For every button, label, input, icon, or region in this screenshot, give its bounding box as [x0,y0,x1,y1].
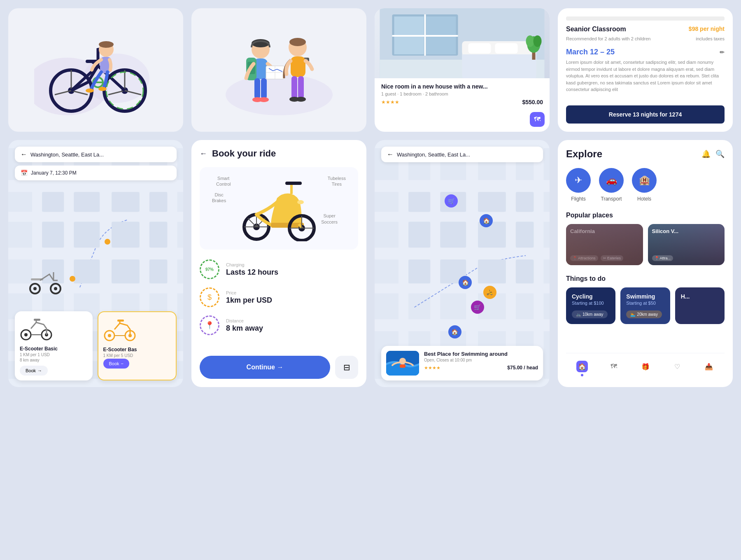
things-grid: Cycling Starting at $100 🚲 10km away Swi… [566,287,725,324]
booking-card: Seanior Classroom $98 per night Recommen… [558,8,733,132]
nav-heart[interactable]: ♡ [667,358,687,379]
cart-pin-2: 🛒 [471,301,484,314]
bell-icon[interactable]: 🔔 [701,149,711,159]
charging-text: Charging Lasts 12 hours [226,262,278,277]
edit-icon[interactable]: ✏ [720,49,725,56]
map2-search-overlay: ← Washington, Seattle, East La... [375,140,550,172]
room-details: Nice room in a new house with a new... 1… [375,78,550,110]
svg-rect-76 [112,192,140,212]
booking-subheader: Recommended for 2 adults with 2 children… [566,36,725,42]
svg-rect-43 [298,76,304,99]
svg-rect-148 [400,364,405,368]
hotels-icon-circle: 🏨 [632,168,657,193]
map2-search-bar[interactable]: ← Washington, Seattle, East La... [381,147,543,162]
scooter-on-map [29,266,62,296]
search-icon[interactable]: 🔍 [715,149,725,159]
swimming-distance: 20km away [637,312,658,317]
svg-rect-83 [74,259,100,283]
svg-rect-133 [534,148,543,379]
minus-icon: − [121,361,124,366]
booking-includes: includes taxes [696,36,725,42]
continue-button[interactable]: Continue → [200,356,330,379]
reserve-button[interactable]: Reserve 13 nights for 1274 [566,105,725,124]
card-payment-btn[interactable]: ⊟ [335,356,358,379]
map-icon[interactable]: 🗺 [530,112,545,127]
booking-price: $98 per night [689,26,725,32]
nav-home[interactable]: 🏠 [572,358,592,379]
feature-disc: DiscBrakes [212,192,226,204]
svg-rect-85 [149,259,167,283]
svg-rect-131 [466,148,478,379]
svg-rect-142 [408,259,430,283]
nav-gift-icon: 🎁 [640,361,651,372]
svg-rect-145 [516,259,534,283]
price-info: $ Price 1km per USD [200,287,358,307]
svg-rect-139 [440,222,466,248]
charging-icon: 97% [200,259,219,279]
svg-rect-79 [74,222,100,248]
cycling-price: Starting at $100 [572,301,610,306]
map2-back-arrow[interactable]: ← [387,151,394,158]
bike-illustration [8,8,183,132]
explore-nav: 🏠 🗺 🎁 ♡ 📥 [566,353,725,379]
svg-rect-74 [42,192,64,212]
svg-rect-138 [408,222,430,248]
map-dot-1 [105,239,110,245]
arrow-icon: → [37,368,42,373]
swimming-footer: 🏊 20km away [626,310,664,318]
category-hotels[interactable]: 🏨 Hotels [632,168,657,202]
other-name: H... [681,293,719,300]
map-search-bar[interactable]: ← Washington, Seattle, East La... [15,147,177,162]
category-transport[interactable]: 🚗 Transport [599,168,624,202]
svg-rect-30 [254,78,260,99]
nav-map[interactable]: 🗺 [604,358,624,379]
svg-point-94 [24,333,28,336]
thing-swimming[interactable]: Swimming Starting at $50 🏊 20km away [620,287,670,324]
back-arrow[interactable]: ← [200,149,207,158]
svg-line-111 [248,218,256,227]
book-ride-card: ← Book your ride SmartControl DiscBrakes… [191,140,366,387]
flights-label: Flights [571,196,585,202]
booking-header: Seanior Classroom $98 per night [566,26,725,35]
explore-action-icons: 🔔 🔍 [701,149,725,159]
scooter-card-2: E-Scooter Bas 1 KM per 5 USD Book − [98,311,177,380]
svg-rect-98 [34,319,40,321]
flights-icon-circle: ✈ [566,168,591,193]
scooter-diagram: SmartControl DiscBrakes TubelessTires Su… [200,167,358,250]
svg-rect-105 [117,320,124,322]
svg-point-90 [33,287,37,290]
booking-description: Lorem ipsum dolor sit amet, consetetur s… [566,59,725,99]
svg-rect-134 [408,192,430,212]
swim-title: Best Place for Swimming around [424,351,538,357]
thing-cycling[interactable]: Cycling Starting at $100 🚲 10km away [566,287,615,324]
back-arrow-icon[interactable]: ← [21,151,27,158]
price-icon: $ [200,287,219,307]
home-pin-1: 🏠 [480,214,493,227]
room-image [375,8,550,78]
room-title: Nice room in a new house with a new... [381,83,543,90]
svg-point-60 [526,35,534,47]
svg-point-147 [399,358,406,364]
scooter1-rate: 1 KM per 1 USD [20,352,88,357]
nav-gift[interactable]: 🎁 [636,358,655,379]
map2-search-text: Washington, Seattle, East La... [397,152,470,158]
place-silicon[interactable]: Silicon V... 📍 Attra... [648,224,725,265]
hotels-label: Hotels [637,196,651,202]
place-california[interactable]: California 📍 Attractions ✂ Eateries [566,224,643,265]
scooter1-book-btn[interactable]: Book → [20,366,48,376]
scooter2-book-btn[interactable]: Book − [103,359,130,369]
svg-point-91 [54,287,57,290]
silicon-overlay: Silicon V... 📍 Attra... [648,224,725,265]
transport-label: Transport [601,196,622,202]
svg-rect-144 [478,259,506,283]
category-flights[interactable]: ✈ Flights [566,168,591,202]
scooter2-name: E-Scooter Bas [103,347,171,352]
nav-inbox[interactable]: 📥 [699,358,719,379]
room-card: Nice room in a new house with a new... 1… [375,8,550,132]
category-grid: ✈ Flights 🚗 Transport 🏨 Hotels [566,168,725,202]
feature-tubeless: TubelessTires [328,175,346,187]
thing-other[interactable]: H... [675,287,725,324]
scooter-cards-container: E-Scooter Basic 1 KM per 1 USD 8 km away… [15,311,177,380]
swim-info: Best Place for Swimming around Open, Clo… [424,351,538,376]
room-footer: ★★★★ $550.00 🗺 [381,99,543,105]
